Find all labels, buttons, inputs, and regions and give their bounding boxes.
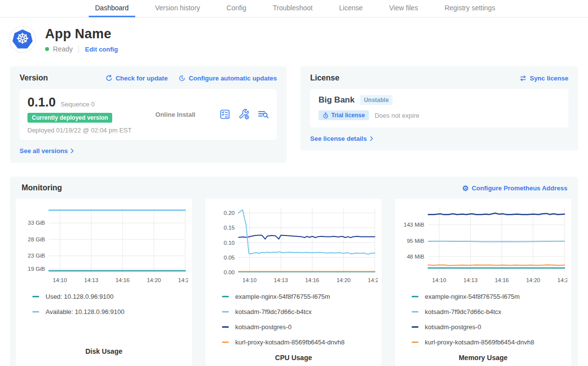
version-card: Version Check for update Configure autom… bbox=[10, 66, 287, 163]
version-configure-button[interactable] bbox=[238, 108, 250, 120]
svg-text:0.15: 0.15 bbox=[224, 225, 235, 231]
disk-usage-legend: Used: 10.128.0.96:9100Available: 10.128.… bbox=[20, 293, 188, 323]
svg-text:14:16: 14:16 bbox=[116, 277, 130, 283]
svg-text:23 GiB: 23 GiB bbox=[28, 253, 45, 259]
memory-usage-plot: 48 MiB95 MiB143 MiB14:1014:1314:1614:201… bbox=[399, 204, 567, 288]
see-all-versions-link[interactable]: See all versions bbox=[20, 147, 74, 155]
svg-text:0.10: 0.10 bbox=[224, 240, 235, 246]
monitoring-title: Monitoring bbox=[22, 183, 62, 192]
svg-text:95 MiB: 95 MiB bbox=[407, 238, 424, 244]
top-nav: Dashboard Version history Config Trouble… bbox=[0, 0, 588, 18]
configure-prometheus-link[interactable]: ⚙ Configure Prometheus Address bbox=[462, 184, 567, 192]
legend-color-dash bbox=[222, 341, 229, 343]
legend-item: Used: 10.128.0.96:9100 bbox=[32, 293, 188, 300]
version-number: 0.1.0 bbox=[27, 95, 56, 110]
tab-troubleshoot[interactable]: Troubleshoot bbox=[267, 0, 319, 17]
chevron-right-icon bbox=[71, 148, 74, 154]
svg-text:14:13: 14:13 bbox=[274, 277, 288, 283]
legend-item: kurl-proxy-kotsadm-8569fb6454-dnvh8 bbox=[412, 339, 567, 346]
legend-item: kotsadm-postgres-0 bbox=[412, 323, 567, 331]
legend-color-dash bbox=[222, 296, 229, 297]
legend-item: kotsadm-7f9dc7d66c-b4tcx bbox=[222, 308, 378, 315]
legend-color-dash bbox=[412, 341, 418, 343]
main-content: ☸ App Name Ready Edit config Version Che… bbox=[0, 18, 588, 366]
configure-auto-updates-link[interactable]: Configure automatic updates bbox=[178, 75, 277, 82]
current-version-row: 0.1.0 Sequence 0 Currently deployed vers… bbox=[20, 89, 277, 140]
legend-label: example-nginx-54f8f76755-l675m bbox=[425, 293, 520, 300]
version-card-title: Version bbox=[20, 74, 48, 82]
status-dot bbox=[45, 47, 49, 51]
svg-text:0.20: 0.20 bbox=[224, 210, 235, 216]
legend-color-dash bbox=[32, 296, 39, 297]
svg-text:14:13: 14:13 bbox=[464, 277, 478, 283]
svg-text:14:20: 14:20 bbox=[337, 277, 351, 283]
legend-item: kurl-proxy-kotsadm-8569fb6454-dnvh8 bbox=[222, 339, 378, 346]
legend-color-dash bbox=[32, 311, 39, 313]
svg-text:14:23: 14:23 bbox=[558, 277, 567, 283]
legend-color-dash bbox=[222, 311, 229, 313]
deployed-badge: Currently deployed version bbox=[27, 113, 112, 123]
install-type-label: Online Install bbox=[132, 111, 219, 118]
svg-text:14:10: 14:10 bbox=[53, 277, 67, 283]
tab-view-files[interactable]: View files bbox=[383, 0, 424, 17]
version-sequence: Sequence 0 bbox=[61, 101, 95, 108]
svg-text:14:23: 14:23 bbox=[368, 277, 378, 283]
legend-color-dash bbox=[412, 326, 418, 328]
legend-item: kotsadm-postgres-0 bbox=[222, 323, 378, 331]
license-expiry: Does not expire bbox=[375, 112, 419, 119]
license-type-badge: Trial license bbox=[318, 110, 369, 120]
svg-text:14:16: 14:16 bbox=[305, 277, 319, 283]
tab-registry-settings[interactable]: Registry settings bbox=[438, 0, 501, 17]
legend-color-dash bbox=[412, 311, 418, 313]
cpu-usage-legend: example-nginx-54f8f76755-l675mkotsadm-7f… bbox=[209, 293, 378, 354]
check-for-update-label: Check for update bbox=[116, 75, 168, 82]
configure-auto-updates-label: Configure automatic updates bbox=[189, 75, 277, 82]
channel-badge: Unstable bbox=[360, 95, 393, 105]
legend-label: Available: 10.128.0.96:9100 bbox=[46, 308, 124, 315]
divider bbox=[78, 46, 79, 53]
svg-text:14:20: 14:20 bbox=[147, 277, 161, 283]
edit-config-link[interactable]: Edit config bbox=[85, 46, 118, 53]
see-license-details-link[interactable]: See license details bbox=[310, 135, 373, 142]
chevron-right-icon bbox=[370, 136, 373, 141]
sync-icon bbox=[519, 75, 527, 82]
svg-text:28 GiB: 28 GiB bbox=[28, 236, 45, 242]
deployed-timestamp: Deployed 01/19/22 @ 02:04 pm EST bbox=[27, 127, 132, 134]
logs-magnifier-icon bbox=[257, 108, 269, 120]
check-for-update-link[interactable]: Check for update bbox=[105, 75, 168, 82]
svg-text:48 MiB: 48 MiB bbox=[407, 254, 424, 260]
version-diff-button[interactable] bbox=[219, 108, 231, 120]
see-all-versions-label: See all versions bbox=[20, 147, 68, 155]
svg-text:14:10: 14:10 bbox=[243, 277, 257, 283]
tab-version-history[interactable]: Version history bbox=[149, 0, 207, 17]
customer-name: Big Bank bbox=[318, 95, 355, 105]
legend-item: example-nginx-54f8f76755-l675m bbox=[222, 293, 378, 300]
version-logs-button[interactable] bbox=[257, 108, 269, 120]
legend-label: kotsadm-postgres-0 bbox=[425, 323, 481, 331]
app-title: App Name bbox=[45, 26, 118, 42]
svg-text:14:16: 14:16 bbox=[495, 277, 509, 283]
legend-label: kotsadm-7f9dc7d66c-b4tcx bbox=[425, 308, 501, 315]
legend-label: kurl-proxy-kotsadm-8569fb6454-dnvh8 bbox=[425, 339, 534, 346]
legend-label: kotsadm-7f9dc7d66c-b4tcx bbox=[235, 308, 312, 315]
app-header: ☸ App Name Ready Edit config bbox=[10, 18, 578, 53]
memory-usage-chart-card: 48 MiB95 MiB143 MiB14:1014:1314:1614:201… bbox=[395, 199, 571, 366]
tab-dashboard[interactable]: Dashboard bbox=[89, 0, 135, 17]
memory-usage-legend: example-nginx-54f8f76755-l675mkotsadm-7f… bbox=[399, 293, 567, 354]
cpu-usage-plot: 0.000.050.100.150.2014:1014:1314:1614:20… bbox=[209, 204, 378, 288]
svg-text:0.05: 0.05 bbox=[224, 255, 235, 261]
license-card-title: License bbox=[310, 74, 340, 82]
monitoring-section: Monitoring ⚙ Configure Prometheus Addres… bbox=[10, 177, 578, 366]
schedule-update-icon bbox=[178, 75, 186, 82]
tab-license[interactable]: License bbox=[333, 0, 369, 17]
tab-config[interactable]: Config bbox=[220, 0, 252, 17]
cpu-usage-chart-title: CPU Usage bbox=[209, 354, 378, 365]
sync-license-link[interactable]: Sync license bbox=[519, 75, 568, 82]
diff-checklist-icon bbox=[219, 108, 231, 120]
license-type-label: Trial license bbox=[331, 112, 365, 119]
gear-icon: ⚙ bbox=[462, 184, 468, 192]
status-text: Ready bbox=[53, 45, 73, 53]
legend-label: kotsadm-postgres-0 bbox=[235, 323, 292, 331]
svg-text:19 GiB: 19 GiB bbox=[28, 266, 45, 272]
wrench-gear-icon bbox=[238, 108, 250, 120]
